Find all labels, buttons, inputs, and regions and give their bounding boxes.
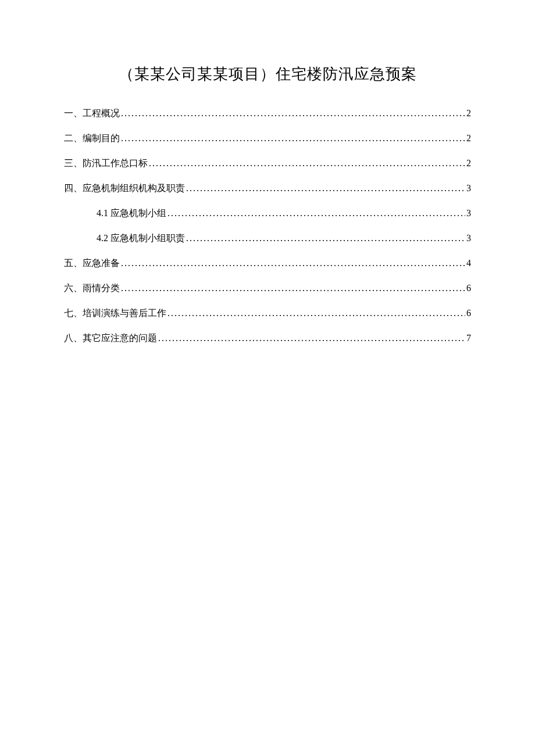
toc-entry: 八、其它应注意的问题7 [64,332,471,345]
toc-page-number: 4 [466,258,471,268]
toc-dots [186,233,465,243]
toc-entry: 三、防汛工作总口标2 [64,157,471,170]
toc-dots [121,258,465,268]
toc-entry: 4.2 应急机制小组职责3 [64,232,471,245]
toc-dots [149,158,465,169]
toc-label: 四、应急机制组织机构及职责 [64,182,185,195]
toc-page-number: 2 [466,158,471,169]
toc-page-number: 3 [466,183,471,194]
toc-label: 一、工程概况 [64,108,120,120]
toc-page-number: 7 [466,333,471,343]
table-of-contents: 一、工程概况2二、编制目的2三、防汛工作总口标2四、应急机制组织机构及职责34.… [64,108,471,345]
toc-page-number: 6 [466,283,471,293]
toc-dots [158,333,465,343]
toc-entry: 六、雨情分类6 [64,282,471,295]
toc-label: 五、应急准备 [64,257,120,270]
toc-dots [121,133,465,144]
toc-entry: 一、工程概况2 [64,108,471,120]
toc-dots [167,308,465,318]
toc-page-number: 6 [466,308,471,318]
toc-page-number: 3 [466,233,471,243]
toc-label: 三、防汛工作总口标 [64,157,148,170]
document-page: （某某公司某某项目）住宅楼防汛应急预案 一、工程概况2二、编制目的2三、防汛工作… [0,0,535,345]
toc-dots [121,283,465,293]
toc-entry: 四、应急机制组织机构及职责3 [64,182,471,195]
toc-label: 七、培训演练与善后工作 [64,307,166,320]
toc-entry: 4.1 应急机制小组3 [64,207,471,220]
toc-dots [167,208,465,218]
toc-label: 二、编制目的 [64,132,120,145]
toc-page-number: 2 [466,108,471,119]
toc-label: 八、其它应注意的问题 [64,332,157,345]
toc-page-number: 2 [466,133,471,144]
toc-entry: 七、培训演练与善后工作6 [64,307,471,320]
toc-dots [121,108,465,119]
document-title: （某某公司某某项目）住宅楼防汛应急预案 [64,64,471,84]
toc-label: 4.1 应急机制小组 [97,207,166,220]
toc-page-number: 3 [466,208,471,218]
toc-entry: 五、应急准备4 [64,257,471,270]
toc-entry: 二、编制目的2 [64,132,471,145]
toc-label: 六、雨情分类 [64,282,120,295]
toc-label: 4.2 应急机制小组职责 [97,232,185,245]
toc-dots [186,183,465,194]
